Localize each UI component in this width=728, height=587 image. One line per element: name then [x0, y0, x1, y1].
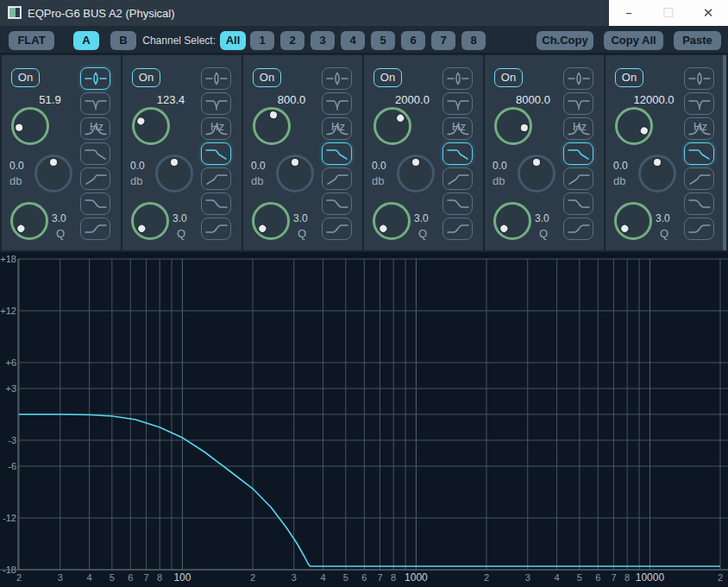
notch-filter-button[interactable] — [684, 92, 714, 115]
shelf-down-filter-button[interactable] — [322, 193, 352, 215]
knob-dot — [396, 113, 405, 123]
channel-button-2[interactable]: 2 — [280, 31, 304, 50]
high-pass-filter-button[interactable] — [322, 167, 352, 190]
low-pass-filter-button[interactable] — [80, 142, 110, 165]
high-pass-filter-icon — [446, 171, 470, 186]
channel-button-all[interactable]: All — [220, 31, 246, 50]
band-on-button[interactable]: On — [11, 68, 40, 87]
copy-all-button[interactable]: Copy All — [604, 31, 663, 50]
band-pass-filter-button[interactable] — [322, 117, 352, 140]
bell-filter-icon — [84, 71, 108, 86]
band-pass-filter-button[interactable] — [684, 117, 714, 140]
shelf-down-filter-button[interactable] — [684, 193, 714, 215]
knob-dot — [258, 224, 267, 233]
shelf-down-filter-button[interactable] — [442, 193, 473, 215]
ch-copy-button[interactable]: Ch.Copy — [537, 31, 593, 50]
freq-knob[interactable] — [11, 107, 49, 145]
channel-button-7[interactable]: 7 — [431, 31, 455, 50]
channel-button-4[interactable]: 4 — [341, 31, 365, 50]
notch-filter-button[interactable] — [201, 92, 231, 115]
low-pass-filter-button[interactable] — [442, 142, 473, 165]
low-pass-filter-button[interactable] — [563, 142, 593, 165]
filter-type-column — [80, 67, 110, 243]
gain-knob[interactable] — [638, 155, 676, 193]
band-pass-filter-button[interactable] — [80, 117, 110, 140]
gain-knob[interactable] — [518, 155, 555, 193]
shelf-up-filter-button[interactable] — [80, 218, 110, 240]
q-knob[interactable] — [10, 202, 48, 240]
shelf-up-filter-button[interactable] — [563, 218, 593, 240]
channel-button-3[interactable]: 3 — [311, 31, 335, 50]
bell-filter-button[interactable] — [322, 67, 352, 90]
bell-filter-button[interactable] — [563, 67, 593, 90]
shelf-down-filter-button[interactable] — [201, 193, 231, 215]
band-pass-filter-button[interactable] — [201, 117, 231, 140]
q-knob[interactable] — [373, 202, 411, 240]
shelf-up-filter-button[interactable] — [201, 218, 231, 240]
gain-knob[interactable] — [155, 155, 193, 193]
low-pass-filter-button[interactable] — [201, 142, 231, 165]
shelf-down-filter-icon — [204, 196, 229, 211]
shelf-up-filter-button[interactable] — [322, 218, 352, 240]
freq-knob[interactable] — [132, 107, 170, 145]
plugin-window: EQPro-G6 BUS A2 (Physical) – ☐ ✕ FLAT A … — [0, 0, 728, 587]
freq-knob[interactable] — [615, 107, 653, 145]
freq-knob[interactable] — [253, 107, 291, 145]
q-knob[interactable] — [493, 202, 531, 240]
band-on-button[interactable]: On — [494, 68, 523, 87]
high-pass-filter-button[interactable] — [563, 167, 593, 190]
notch-filter-button[interactable] — [80, 92, 110, 115]
high-pass-filter-button[interactable] — [201, 167, 231, 190]
bell-filter-button[interactable] — [442, 67, 473, 90]
close-button[interactable]: ✕ — [688, 0, 728, 26]
channel-button-8[interactable]: 8 — [461, 31, 486, 50]
preset-b-button[interactable]: B — [110, 31, 136, 50]
bell-filter-button[interactable] — [80, 67, 110, 90]
band-on-button[interactable]: On — [373, 68, 402, 87]
high-pass-filter-button[interactable] — [442, 167, 473, 190]
bell-filter-button[interactable] — [684, 67, 714, 90]
notch-filter-button[interactable] — [442, 92, 473, 115]
channel-button-5[interactable]: 5 — [371, 31, 395, 50]
bell-filter-button[interactable] — [201, 67, 231, 90]
shelf-up-filter-button[interactable] — [442, 218, 473, 240]
q-knob[interactable] — [131, 202, 169, 240]
gain-knob[interactable] — [397, 155, 435, 193]
bell-filter-icon — [567, 71, 591, 86]
eq-response-curve — [19, 414, 720, 566]
minimize-button[interactable]: – — [609, 0, 649, 26]
shelf-down-filter-button[interactable] — [80, 193, 110, 215]
notch-filter-button[interactable] — [322, 92, 352, 115]
band-on-button[interactable]: On — [132, 68, 160, 87]
freq-knob[interactable] — [494, 107, 532, 145]
band-pass-filter-button[interactable] — [442, 117, 473, 140]
shelf-up-filter-button[interactable] — [684, 218, 714, 240]
gain-knob[interactable] — [276, 155, 314, 193]
band-on-button[interactable]: On — [253, 68, 281, 87]
low-pass-filter-button[interactable] — [684, 142, 714, 165]
high-pass-filter-button[interactable] — [684, 167, 714, 190]
high-pass-filter-button[interactable] — [80, 167, 110, 190]
x-tick-label: 10000 — [636, 571, 665, 584]
notch-filter-button[interactable] — [563, 92, 593, 115]
gain-knob[interactable] — [35, 155, 72, 193]
band-on-button[interactable]: On — [615, 68, 643, 87]
band-pass-filter-button[interactable] — [563, 117, 593, 140]
shelf-up-filter-icon — [204, 221, 229, 237]
flat-button[interactable]: FLAT — [9, 31, 54, 50]
q-value: 3.0 — [656, 212, 670, 224]
paste-button[interactable]: Paste — [674, 31, 721, 50]
channel-button-6[interactable]: 6 — [401, 31, 425, 50]
q-knob[interactable] — [252, 202, 290, 240]
shelf-down-filter-button[interactable] — [563, 193, 593, 215]
low-pass-filter-button[interactable] — [322, 142, 352, 165]
high-pass-filter-icon — [204, 171, 229, 186]
low-pass-filter-icon — [204, 146, 229, 161]
channel-button-1[interactable]: 1 — [250, 31, 274, 50]
maximize-button[interactable]: ☐ — [649, 0, 688, 26]
gain-value: 0.0 — [372, 160, 386, 172]
window-titlebar[interactable]: EQPro-G6 BUS A2 (Physical) – ☐ ✕ — [0, 0, 728, 26]
preset-a-button[interactable]: A — [73, 31, 99, 50]
freq-knob[interactable] — [373, 107, 411, 145]
q-knob[interactable] — [614, 202, 652, 240]
